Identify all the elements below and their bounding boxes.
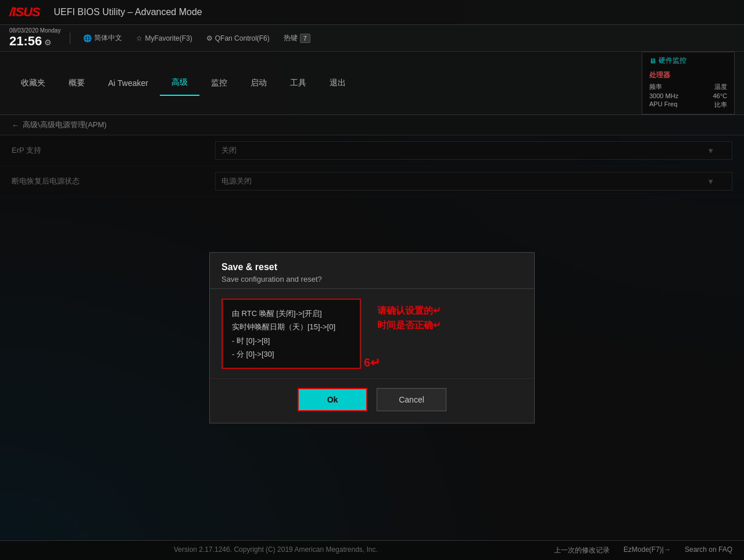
top-bar: 08/03/2020 Monday 21:56 ⚙ 🌐 简体中文 ☆ MyFav… <box>0 25 744 52</box>
divider <box>70 33 70 44</box>
breadcrumb-arrow[interactable]: ← <box>12 121 19 130</box>
language-button[interactable]: 🌐 简体中文 <box>80 32 126 44</box>
hw-monitor-title: 🖥 硬件监控 <box>649 56 727 66</box>
nav-item-overview[interactable]: 概要 <box>57 71 96 95</box>
footer-version: Version 2.17.1246. Copyright (C) 2019 Am… <box>12 545 540 555</box>
change-item-4: - 分 [0]->[30] <box>232 347 350 361</box>
dialog-header: Save & reset Save configuration and rese… <box>210 253 534 289</box>
hotkey-value: 7 <box>300 34 310 43</box>
change-item-3: - 时 [0]->[8] <box>232 334 350 347</box>
dialog-overlay: Save & reset Save configuration and rese… <box>0 135 744 540</box>
temp-label: 温度 <box>714 82 727 91</box>
breadcrumb-path: 高级\高级电源管理(APM) <box>23 120 106 130</box>
apu-row: APU Freq 比率 <box>649 100 727 109</box>
qfan-icon: ⚙ <box>206 34 213 42</box>
nav-item-exit[interactable]: 退出 <box>318 71 357 95</box>
myfavorite-button[interactable]: ☆ MyFavorite(F3) <box>133 33 195 44</box>
main-content: ErP 支持 关闭 ▼ 断电恢复后电源状态 电源关闭 ▼ <box>0 135 744 540</box>
footer-last-change[interactable]: 上一次的修改记录 <box>554 545 610 555</box>
dialog-footer: 6↵ Ok Cancel <box>210 378 534 423</box>
ratio-label: 比率 <box>714 100 727 109</box>
changes-list: 由 RTC 唤醒 [关闭]->[开启] 实时钟唤醒日期（天）[15]->[0] … <box>221 299 361 369</box>
hotkey-label: 热键 <box>284 33 298 43</box>
apu-label: APU Freq <box>649 100 677 109</box>
annotation-line1: 请确认设置的↵ <box>377 303 441 318</box>
header-bar: /ISUS UEFI BIOS Utility – Advanced Mode <box>0 0 744 25</box>
save-reset-dialog: Save & reset Save configuration and rese… <box>209 252 535 424</box>
qfan-button[interactable]: ⚙ QFan Control(F6) <box>203 33 273 44</box>
step-number: 6↵ <box>364 356 380 369</box>
nav-item-favorites[interactable]: 收藏夹 <box>9 71 57 95</box>
monitor-icon: 🖥 <box>649 57 656 65</box>
nav-item-tools[interactable]: 工具 <box>278 71 318 95</box>
datetime-display: 08/03/2020 Monday 21:56 ⚙ <box>9 27 60 49</box>
cpu-section-label: 处理器 <box>649 70 727 80</box>
footer-ez-mode[interactable]: EzMode(F7)|→ <box>624 545 671 555</box>
qfan-label: QFan Control(F6) <box>215 34 270 42</box>
ok-button[interactable]: Ok <box>298 388 367 411</box>
date-display: 08/03/2020 Monday <box>9 27 60 34</box>
nav-bar: 收藏夹 概要 Ai Tweaker 高级 监控 启动 工具 退出 🖥 硬件监控 … <box>0 52 744 115</box>
asus-logo: /ISUS <box>9 5 40 20</box>
dialog-title: Save & reset <box>221 262 523 272</box>
hw-freq-row: 频率 温度 <box>649 82 727 91</box>
breadcrumb: ← 高级\高级电源管理(APM) <box>0 115 744 135</box>
time-display: 21:56 <box>9 34 42 48</box>
cancel-button[interactable]: Cancel <box>377 388 446 411</box>
annotation-line2: 时间是否正确↵ <box>377 318 441 333</box>
language-label: 简体中文 <box>94 33 122 43</box>
temp-value: 46°C <box>713 92 727 99</box>
nav-item-ai-tweaker[interactable]: Ai Tweaker <box>96 71 160 95</box>
change-item-1: 由 RTC 唤醒 [关闭]->[开启] <box>232 307 350 320</box>
freq-label: 频率 <box>649 82 662 91</box>
myfavorite-label: MyFavorite(F3) <box>145 34 192 42</box>
annotation-text: 请确认设置的↵ 时间是否正确↵ <box>373 299 445 338</box>
footer-search-faq[interactable]: Search on FAQ <box>685 545 732 555</box>
nav-item-advanced[interactable]: 高级 <box>160 70 199 96</box>
freq-value: 3000 MHz <box>649 92 678 99</box>
hw-values-row: 3000 MHz 46°C <box>649 92 727 99</box>
language-icon: 🌐 <box>83 34 92 42</box>
settings-gear-icon[interactable]: ⚙ <box>44 38 52 47</box>
footer: Version 2.17.1246. Copyright (C) 2019 Am… <box>0 540 744 560</box>
hotkey-button[interactable]: 热键 7 <box>280 32 314 44</box>
dialog-subtitle: Save configuration and reset? <box>221 275 523 283</box>
change-item-2: 实时钟唤醒日期（天）[15]->[0] <box>232 320 350 333</box>
settings-area: ErP 支持 关闭 ▼ 断电恢复后电源状态 电源关闭 ▼ <box>0 135 744 540</box>
hardware-monitor-panel: 🖥 硬件监控 处理器 频率 温度 3000 MHz 46°C APU Freq … <box>642 52 735 114</box>
myfavorite-icon: ☆ <box>136 34 142 42</box>
nav-item-monitor[interactable]: 监控 <box>199 71 239 95</box>
nav-item-boot[interactable]: 启动 <box>239 71 278 95</box>
bios-title: UEFI BIOS Utility – Advanced Mode <box>53 7 202 17</box>
